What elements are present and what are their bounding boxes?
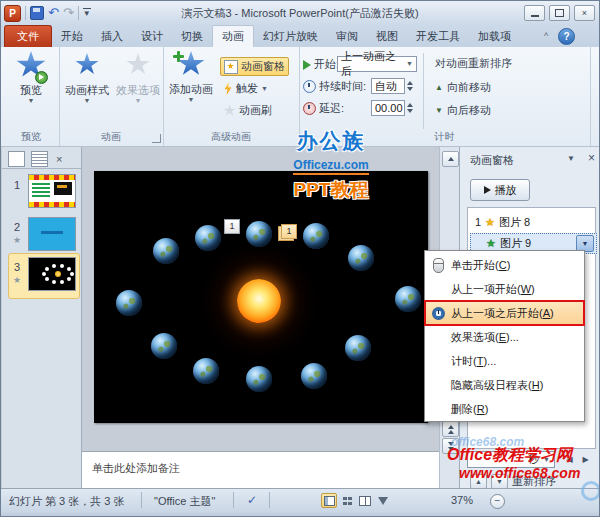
tab-view[interactable]: 视图: [367, 26, 407, 47]
collapse-ribbon-icon[interactable]: ^: [539, 30, 553, 43]
tab-insert[interactable]: 插入: [92, 26, 132, 47]
slide-thumbnail-3[interactable]: [28, 257, 76, 291]
reorder-up-icon[interactable]: ▲: [470, 474, 487, 489]
theme-name: "Office 主题": [154, 494, 215, 509]
animation-number-badge[interactable]: 1: [224, 219, 240, 234]
slides-tab-icon[interactable]: [8, 151, 25, 167]
ribbon: 预览 ▼ 预览 动画样式 ▼ 效果选项 ▼ 动画 添加动画: [1, 47, 599, 147]
animation-styles-button[interactable]: 动画样式 ▼: [61, 53, 113, 104]
animation-pane-button[interactable]: 动画窗格: [220, 57, 289, 76]
slide-thumbnail-1[interactable]: [28, 174, 76, 208]
sun-image[interactable]: [237, 279, 281, 323]
play-button[interactable]: 播放: [470, 179, 530, 201]
reorder-label: 重新排序: [512, 474, 556, 489]
duration-spinner[interactable]: [407, 78, 416, 94]
window-controls: ×: [524, 5, 595, 21]
earth-image[interactable]: [195, 225, 221, 251]
plus-icon: [173, 51, 184, 62]
notes-panel[interactable]: 单击此处添加备注: [82, 451, 439, 488]
close-panel-icon[interactable]: ×: [56, 153, 62, 165]
menu-item-start-on-click[interactable]: 单击开始(C): [425, 253, 584, 277]
trigger-button[interactable]: 触发 ▼: [223, 80, 268, 97]
reorder-title: 对动画重新排序: [435, 56, 512, 71]
menu-item-timing[interactable]: 计时(T)...: [425, 349, 584, 373]
tab-design[interactable]: 设计: [132, 26, 172, 47]
earth-image[interactable]: [151, 333, 177, 359]
tab-review[interactable]: 审阅: [327, 26, 367, 47]
duration-input[interactable]: 自动: [371, 78, 405, 94]
move-earlier-button[interactable]: ▲ 向前移动: [435, 80, 491, 95]
earth-image[interactable]: [246, 221, 272, 247]
spellcheck-icon[interactable]: ✓: [247, 493, 257, 507]
reading-view-button[interactable]: [357, 493, 373, 508]
start-icon: [303, 60, 311, 70]
earth-image[interactable]: [395, 286, 421, 312]
next-slide-icon[interactable]: [442, 438, 459, 454]
move-later-button[interactable]: ▼ 向后移动: [435, 103, 491, 118]
previous-slide-icon[interactable]: [442, 421, 459, 437]
earth-image[interactable]: [246, 366, 272, 392]
earth-image[interactable]: [301, 363, 327, 389]
menu-item-label: 计时(T)...: [451, 354, 496, 369]
zoom-out-button[interactable]: −: [490, 494, 505, 509]
menu-item-start-after-previous[interactable]: 从上一项之后开始(A): [425, 301, 584, 325]
dialog-launcher-icon[interactable]: [152, 134, 161, 143]
tab-file[interactable]: 文件: [4, 25, 52, 47]
ribbon-tab-row: 文件 开始 插入 设计 切换 动画 幻灯片放映 审阅 视图 开发工具 加载项: [1, 25, 599, 47]
normal-view-button[interactable]: [321, 493, 337, 508]
menu-item-effect-options[interactable]: 效果选项(E)...: [425, 325, 584, 349]
duration-row: 持续时间:: [303, 78, 366, 95]
window-frame-bottom: [1, 511, 599, 517]
slide-number: 1: [14, 179, 20, 191]
close-button[interactable]: ×: [574, 5, 595, 21]
add-animation-button[interactable]: 添加动画 ▼: [165, 51, 217, 103]
earth-image[interactable]: [348, 245, 374, 271]
earth-image[interactable]: [303, 223, 329, 249]
preview-button[interactable]: 预览 ▼: [3, 51, 59, 104]
slide-canvas[interactable]: 1 1: [94, 171, 428, 423]
earth-image[interactable]: [345, 335, 371, 361]
earth-image[interactable]: [153, 238, 179, 264]
timeline-unit-dropdown[interactable]: 秒 ▼: [467, 451, 555, 468]
animation-number-badge-selected[interactable]: 1: [281, 224, 297, 239]
slide-thumbnail-2[interactable]: [28, 217, 76, 251]
group-label-animation: 动画: [59, 130, 163, 144]
tab-home[interactable]: 开始: [52, 26, 92, 47]
menu-item-remove[interactable]: 删除(R): [425, 397, 584, 421]
slide-sorter-view-button[interactable]: [339, 493, 355, 508]
start-dropdown[interactable]: 上一动画之后 ▼: [337, 56, 417, 72]
slide-number: 2: [14, 221, 20, 233]
reorder-down-icon[interactable]: ▼: [491, 474, 508, 489]
animation-item-picture8[interactable]: 1 ★ 图片 8: [470, 213, 595, 231]
pane-close-icon[interactable]: ×: [588, 151, 595, 165]
delay-input[interactable]: 00.00: [371, 100, 405, 116]
tab-developer[interactable]: 开发工具: [407, 26, 469, 47]
slideshow-view-button[interactable]: [375, 493, 391, 508]
title-bar: P ↶ ↷ ▼ 演示文稿3 - Microsoft PowerPoint(产品激…: [1, 1, 599, 25]
timeline-right-icon[interactable]: ▶: [578, 452, 593, 467]
start-row: 开始:: [303, 56, 339, 73]
minimize-button[interactable]: [524, 5, 545, 21]
help-icon[interactable]: ?: [558, 28, 575, 45]
menu-item-hide-advanced-timeline[interactable]: 隐藏高级日程表(H): [425, 373, 584, 397]
pane-menu-icon[interactable]: ▼: [567, 154, 575, 163]
tab-slideshow[interactable]: 幻灯片放映: [254, 26, 327, 47]
menu-item-start-with-previous[interactable]: 从上一项开始(W): [425, 277, 584, 301]
menu-item-label: 效果选项(E)...: [451, 330, 519, 345]
earth-image[interactable]: [116, 290, 142, 316]
earth-image[interactable]: [193, 358, 219, 384]
delay-spinner[interactable]: [407, 100, 416, 116]
group-label-preview: 预览: [3, 130, 59, 144]
animation-indicator-icon: ★: [13, 275, 21, 285]
tab-addins[interactable]: 加载项: [469, 26, 520, 47]
timeline-left-icon[interactable]: ◀: [562, 452, 577, 467]
restore-button[interactable]: [549, 5, 570, 21]
tab-transitions[interactable]: 切换: [172, 26, 212, 47]
scroll-up-icon[interactable]: [442, 151, 459, 167]
slide-number: 3: [14, 261, 20, 273]
tab-animations[interactable]: 动画: [212, 25, 254, 47]
effect-options-icon: [126, 53, 150, 76]
ribbon-group-animation: 动画样式 ▼ 效果选项 ▼ 动画: [59, 47, 164, 146]
outline-tab-icon[interactable]: [31, 151, 48, 167]
clock-icon: [425, 307, 451, 320]
